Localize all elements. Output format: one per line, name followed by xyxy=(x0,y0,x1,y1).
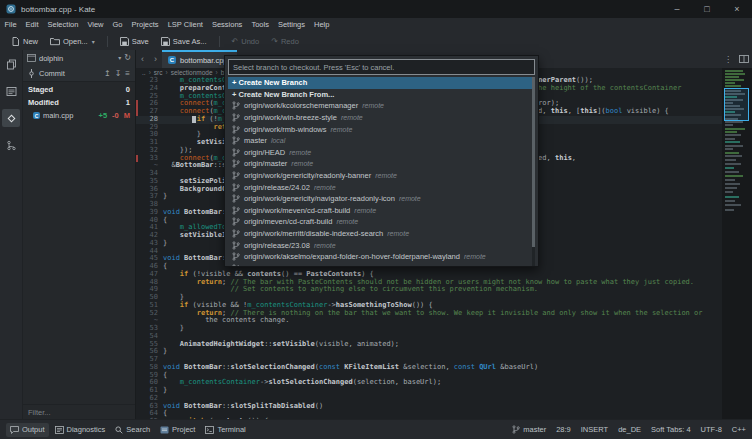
branch-search-input[interactable]: Select branch to checkout. Press 'Esc' t… xyxy=(228,59,535,75)
menu-go[interactable]: Go xyxy=(108,18,127,32)
pull-icon[interactable]: ↧ xyxy=(115,70,122,78)
code-line-61[interactable]: 61} xyxy=(136,387,752,395)
branch-item[interactable]: masterlocal xyxy=(228,135,535,147)
minimap-line xyxy=(725,134,741,136)
minimize-button[interactable]: – xyxy=(662,0,692,18)
branch-action-item[interactable]: + Create New Branch xyxy=(228,77,535,89)
branch-item[interactable]: origin/release/24.02remote xyxy=(228,181,535,193)
chevron-down-icon[interactable]: ▾ xyxy=(118,55,121,61)
menu-view[interactable]: View xyxy=(83,18,108,32)
commit-icon xyxy=(28,69,35,78)
branch-item[interactable]: origin/work/rmb-windowsremote xyxy=(228,123,535,135)
open-button[interactable]: Open...▾ xyxy=(45,34,100,49)
toggle-output[interactable]: Output xyxy=(6,423,49,437)
minimap-line xyxy=(725,131,737,133)
branch-item[interactable]: origin/meven/cd-craft-buildremote xyxy=(228,216,535,228)
status-right: master28:9INSERTde_DESoft Tabs: 4UTF-8C+… xyxy=(512,425,746,434)
breadcrumb-item[interactable]: .. xyxy=(142,69,146,76)
status-insert[interactable]: INSERT xyxy=(581,425,608,434)
status-c-[interactable]: C++ xyxy=(732,425,746,434)
staged-row[interactable]: Staged 0 xyxy=(23,83,135,96)
sidebar-item-symbols[interactable] xyxy=(2,136,20,154)
undo-button[interactable]: ↶ Undo xyxy=(227,34,265,49)
branch-item[interactable]: origin/masterremote xyxy=(228,158,535,170)
split-view-icon[interactable] xyxy=(736,50,752,68)
code-line-63[interactable]: 63void BottomBar::slotSplitTabDisabled() xyxy=(136,403,752,411)
status-soft-tabs-4[interactable]: Soft Tabs: 4 xyxy=(651,425,690,434)
new-button[interactable]: New xyxy=(6,34,43,49)
scrollbar-track[interactable] xyxy=(722,68,752,420)
refresh-icon[interactable]: ↻ xyxy=(124,54,131,62)
sidebar-item-documents[interactable] xyxy=(2,55,20,73)
line-content: m_contentsContainer->slotSelectionChange… xyxy=(163,379,441,387)
menu-edit[interactable]: Edit xyxy=(21,18,43,32)
toggle-diagnostics[interactable]: Diagnostics xyxy=(51,423,110,437)
code-line-49[interactable]: 49 // Set contents to anything else to c… xyxy=(136,286,752,294)
code-line-56[interactable]: 56} xyxy=(136,348,752,356)
branch-action-item[interactable]: + Create New Branch From... xyxy=(228,89,535,101)
breadcrumb-item[interactable]: selectionmode xyxy=(171,69,213,76)
maximize-button[interactable]: □ xyxy=(692,0,722,18)
tab-overflow-icon[interactable]: ⋮ xyxy=(720,50,736,68)
branch-item[interactable]: origin/release/23.08remote xyxy=(228,239,535,251)
redo-button[interactable]: ↷ Redo xyxy=(266,34,304,49)
branch-item[interactable]: origin/work/meven/cd-craft-buildremote xyxy=(228,205,535,217)
minimap-line xyxy=(725,155,742,157)
menu-tools[interactable]: Tools xyxy=(247,18,274,32)
status-de-de[interactable]: de_DE xyxy=(618,425,641,434)
push-icon[interactable]: ↥ xyxy=(104,70,111,78)
branch-item[interactable]: origin/work/akselmo/expand-folder-on-hov… xyxy=(228,251,535,263)
menu-settings[interactable]: Settings xyxy=(273,18,309,32)
code-line-53[interactable]: 53 } xyxy=(136,325,752,333)
menu-icon[interactable]: ≡ xyxy=(125,70,130,78)
menu-projects[interactable]: Projects xyxy=(127,18,163,32)
lines-removed: -0 xyxy=(112,111,119,120)
minimap[interactable] xyxy=(725,70,748,420)
back-button[interactable]: ‹ xyxy=(136,50,149,68)
branch-icon xyxy=(232,148,240,157)
sidebar-item-filesystem[interactable] xyxy=(2,82,20,100)
menu-selection[interactable]: Selection xyxy=(43,18,83,32)
menu-file[interactable]: File xyxy=(0,18,21,32)
menu-help[interactable]: Help xyxy=(310,18,334,32)
breadcrumb-item[interactable]: src xyxy=(154,69,163,76)
code-line-58[interactable]: 58void BottomBar::slotSelectionChanged(c… xyxy=(136,364,752,372)
status-utf-8[interactable]: UTF-8 xyxy=(701,425,722,434)
branch-item[interactable]: origin/work/kcolorschememanagerremote xyxy=(228,100,535,112)
branch-item[interactable]: origin/HEADremote xyxy=(228,147,535,159)
git-filter-input[interactable]: Filter... xyxy=(28,408,51,417)
minimap-line xyxy=(725,141,740,143)
menu-sessions[interactable]: Sessions xyxy=(207,18,246,32)
modified-file-row[interactable]: C main.cpp +5 -0 M xyxy=(23,109,135,122)
branch-icon xyxy=(232,101,240,110)
repo-selector[interactable]: dolphin xyxy=(39,54,115,63)
toggle-search[interactable]: Search xyxy=(111,423,154,437)
branch-item[interactable]: origin/work/win-breeze-styleremote xyxy=(228,112,535,124)
menu-lsp-client[interactable]: LSP Client xyxy=(163,18,207,32)
branch-checkout-popup: Select branch to checkout. Press 'Esc' t… xyxy=(224,55,539,267)
forward-button[interactable]: › xyxy=(149,50,162,68)
commit-button[interactable]: Commit xyxy=(39,69,65,78)
popup-scrollbar[interactable] xyxy=(532,77,535,266)
save-button[interactable]: Save xyxy=(115,34,154,49)
status-28-9[interactable]: 28:9 xyxy=(556,425,571,434)
code-line-wrap[interactable]: ~ the contents change. xyxy=(136,317,752,325)
branch-item[interactable]: origin/work/merritt/disable-indexed-sear… xyxy=(228,228,535,240)
code-line-55[interactable]: 55 AnimatedHeightWidget::setVisible(visi… xyxy=(136,341,752,349)
toggle-project[interactable]: Project xyxy=(156,423,199,437)
save-as-button[interactable]: Save As... xyxy=(156,34,212,49)
close-button[interactable]: × xyxy=(722,0,752,18)
toggle-terminal[interactable]: Terminal xyxy=(201,423,249,437)
branch-item[interactable]: origin/work/genericity/navigator-readonl… xyxy=(228,193,535,205)
save-as-icon xyxy=(161,37,170,46)
branch-label: origin/master xyxy=(244,159,287,168)
branch-item[interactable]: origin/release/22.12remote xyxy=(228,263,535,267)
sidebar-item-git[interactable] xyxy=(2,109,20,127)
toolbar-separator xyxy=(107,36,108,47)
minimap-viewport[interactable] xyxy=(724,88,749,121)
modified-count: 1 xyxy=(126,98,130,107)
branch-item[interactable]: origin/work/genericity/readonly-bannerre… xyxy=(228,170,535,182)
modified-row[interactable]: Modified 1 xyxy=(23,96,135,109)
status-master[interactable]: master xyxy=(512,425,546,434)
code-line-60[interactable]: 60 m_contentsContainer->slotSelectionCha… xyxy=(136,379,752,387)
